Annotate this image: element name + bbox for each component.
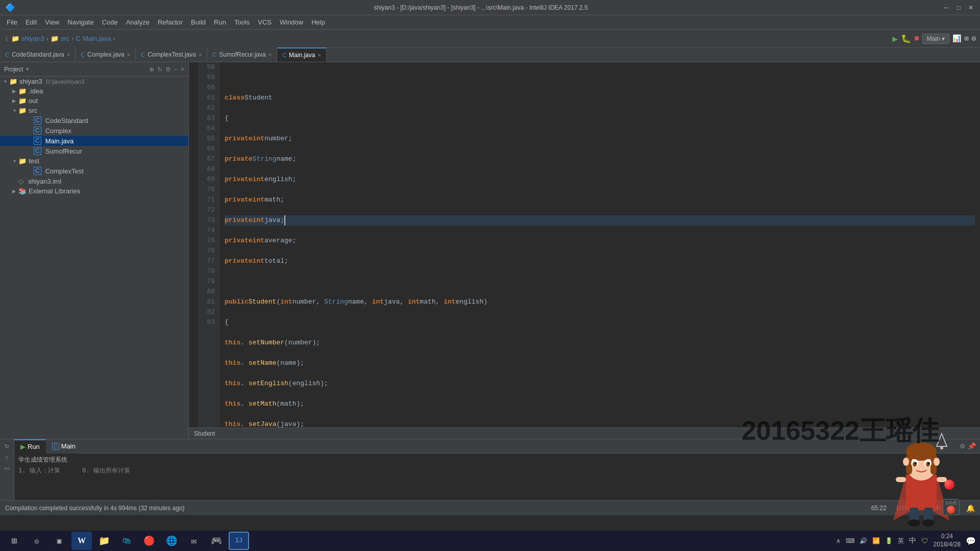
time-date-block[interactable]: 0:24 2018/4/28 bbox=[934, 533, 961, 548]
tab-main[interactable]: C Main.java × bbox=[277, 47, 327, 62]
bottom-layout: ↻ ↑ << ▶ Run C Main ⚙ 📌 学生成绩管理系统 bbox=[0, 439, 980, 500]
menu-run[interactable]: Run bbox=[210, 17, 230, 28]
app-red[interactable]: 🔴 bbox=[139, 532, 159, 550]
file-tabs: C CodeStandard.java × C Complex.java × C… bbox=[0, 48, 980, 62]
stop-button[interactable]: ■ bbox=[914, 34, 919, 43]
battery-icon[interactable]: 🔋 bbox=[885, 537, 893, 544]
edge-app[interactable]: 🌐 bbox=[161, 532, 182, 550]
settings-icon2[interactable]: ⚙ bbox=[950, 505, 956, 512]
tree-item-out[interactable]: ▶ 📁 out bbox=[0, 96, 188, 106]
menu-code[interactable]: Code bbox=[98, 17, 122, 28]
tree-item-codestandard[interactable]: C CodeStandard bbox=[0, 115, 188, 126]
breadcrumb: 📁 shiyan3 › 📁 src › C Main.java › bbox=[11, 35, 115, 42]
time-display: 0:24 bbox=[934, 533, 961, 541]
tab-complextest[interactable]: C ComplexTest.java × bbox=[136, 47, 207, 62]
tree-label-iml: shiyan3.iml bbox=[28, 178, 61, 185]
menu-window[interactable]: Window bbox=[276, 17, 307, 28]
tree-item-complextest[interactable]: C ComplexTest bbox=[0, 166, 188, 176]
code-content[interactable]: 58 59 60 61 62 63 64 65 66 67 68 69 70 7… bbox=[189, 62, 980, 428]
run-config-button[interactable]: Main ▾ bbox=[922, 34, 949, 44]
tree-item-main[interactable]: C Main.java bbox=[0, 136, 188, 146]
menu-help[interactable]: Help bbox=[307, 17, 329, 28]
tree-item-sumofrecur[interactable]: C SumofRecur bbox=[0, 146, 188, 156]
java-complex-icon: C bbox=[34, 127, 41, 135]
tab-complex[interactable]: C Complex.java × bbox=[76, 47, 136, 62]
minimize-button[interactable]: ─ bbox=[942, 4, 950, 12]
tab-close-codestandard[interactable]: × bbox=[67, 52, 70, 58]
tab-label-complex: Complex.java bbox=[87, 51, 125, 58]
breadcrumb-file[interactable]: Main.java bbox=[83, 35, 111, 42]
tree-item-test[interactable]: ▾ 📁 test bbox=[0, 156, 188, 166]
idea-app[interactable]: IJ bbox=[229, 532, 249, 550]
run-button[interactable]: ▶ bbox=[892, 33, 898, 44]
game-app[interactable]: 🎮 bbox=[206, 532, 227, 550]
sidebar-gear-icon[interactable]: ⚙ bbox=[165, 66, 171, 73]
sidebar-close-icon[interactable]: × bbox=[181, 66, 184, 73]
code-area[interactable]: class Student { private int number; priv… bbox=[219, 62, 980, 428]
tree-item-iml[interactable]: ◇ shiyan3.iml bbox=[0, 176, 188, 186]
bottom-chevron-icon[interactable]: << bbox=[4, 466, 10, 472]
bottom-pin-icon[interactable]: 📌 bbox=[968, 442, 976, 450]
bottom-up-icon[interactable]: ↑ bbox=[5, 454, 9, 462]
breadcrumb-project[interactable]: shiyan3 bbox=[21, 35, 44, 42]
notification-center-icon[interactable]: 💬 bbox=[966, 536, 976, 546]
menu-view[interactable]: View bbox=[41, 17, 63, 28]
bottom-reload-icon[interactable]: ↻ bbox=[5, 441, 9, 450]
menu-vcs[interactable]: VCS bbox=[254, 17, 276, 28]
bottom-tab-main[interactable]: C Main bbox=[46, 439, 82, 454]
code-editor: 58 59 60 61 62 63 64 65 66 67 68 69 70 7… bbox=[189, 62, 980, 439]
menu-navigate[interactable]: Navigate bbox=[63, 17, 97, 28]
notification-icon[interactable]: 🔔 bbox=[966, 504, 975, 512]
update-icon[interactable]: ⇩ bbox=[4, 34, 9, 44]
tab-close-main[interactable]: × bbox=[317, 52, 321, 58]
store-app[interactable]: 🛍 bbox=[116, 532, 137, 550]
code-line-58 bbox=[225, 72, 975, 83]
mail-app[interactable]: ✉ bbox=[184, 532, 204, 550]
bottom-tab-run[interactable]: ▶ Run bbox=[14, 439, 46, 454]
menu-analyze[interactable]: Analyze bbox=[122, 17, 154, 28]
tree-item-complex[interactable]: C Complex bbox=[0, 126, 188, 136]
tab-codestandard[interactable]: C CodeStandard.java × bbox=[0, 47, 76, 62]
breadcrumb-sep2: › bbox=[71, 35, 74, 42]
breadcrumb-src[interactable]: src bbox=[61, 35, 69, 42]
bottom-main: ▶ Run C Main ⚙ 📌 学生成绩管理系统 1. 输入：计算 0. 输出… bbox=[14, 439, 980, 500]
tree-item-shiyan3[interactable]: ▾ 📁 shiyan3 D:\java\shiyan3 bbox=[0, 77, 188, 86]
tab-close-complextest[interactable]: × bbox=[199, 52, 202, 58]
explorer-app[interactable]: 📁 bbox=[94, 532, 114, 550]
task-view-button[interactable]: ▣ bbox=[49, 532, 69, 550]
menu-edit[interactable]: Edit bbox=[21, 17, 41, 28]
tree-item-idea[interactable]: ▶ 📁 .idea bbox=[0, 86, 188, 96]
word-app[interactable]: W bbox=[71, 532, 92, 550]
sidebar-scope-icon[interactable]: ⊕ bbox=[149, 66, 154, 73]
taskbar: ⊞ ◎ ▣ W 📁 🛍 🔴 🌐 ✉ 🎮 IJ ∧ ⌨ 🔊 📶 🔋 英 中 🛡 0… bbox=[0, 531, 980, 551]
tab-sumofrecur[interactable]: C SumofRecur.java × bbox=[207, 47, 277, 62]
menu-tools[interactable]: Tools bbox=[230, 17, 254, 28]
bottom-settings-icon[interactable]: ⚙ bbox=[960, 442, 966, 450]
taskbar-up-icon[interactable]: ∧ bbox=[836, 537, 841, 544]
debug-button[interactable]: 🐛 bbox=[901, 34, 911, 44]
tree-label-test: test bbox=[29, 157, 39, 165]
network-icon[interactable]: 📶 bbox=[872, 537, 880, 544]
start-button[interactable]: ⊞ bbox=[4, 532, 24, 550]
svg-point-18 bbox=[908, 519, 920, 527]
keyboard-icon[interactable]: ⌨ bbox=[846, 537, 854, 544]
search-button[interactable]: ◎ bbox=[27, 532, 47, 550]
tab-close-complex[interactable]: × bbox=[127, 52, 130, 58]
code-line-72: this. setName(name); bbox=[225, 358, 975, 368]
maximize-button[interactable]: □ bbox=[954, 4, 963, 12]
tree-item-extlibs[interactable]: ▶ 📚 External Libraries bbox=[0, 186, 188, 196]
speaker-icon[interactable]: 🔊 bbox=[860, 537, 867, 544]
sidebar-dropdown-icon[interactable]: ▾ bbox=[26, 66, 29, 72]
tree-item-src[interactable]: ▾ 📁 src bbox=[0, 106, 188, 115]
sidebar-collapse-icon[interactable]: − bbox=[174, 66, 178, 73]
tab-close-sumofrecur[interactable]: × bbox=[268, 52, 272, 58]
sidebar-sync-icon[interactable]: ↻ bbox=[157, 66, 162, 73]
grid-icon[interactable]: ⊞ bbox=[964, 34, 968, 43]
menu-file[interactable]: File bbox=[3, 17, 21, 28]
close-button[interactable]: ✕ bbox=[967, 4, 975, 12]
coverage-icon[interactable]: 📊 bbox=[952, 34, 961, 43]
settings-icon[interactable]: ⚙ bbox=[972, 34, 976, 43]
menu-build[interactable]: Build bbox=[187, 17, 210, 28]
menu-refactor[interactable]: Refactor bbox=[154, 17, 187, 28]
antivirus-icon[interactable]: 🛡 bbox=[921, 537, 928, 545]
